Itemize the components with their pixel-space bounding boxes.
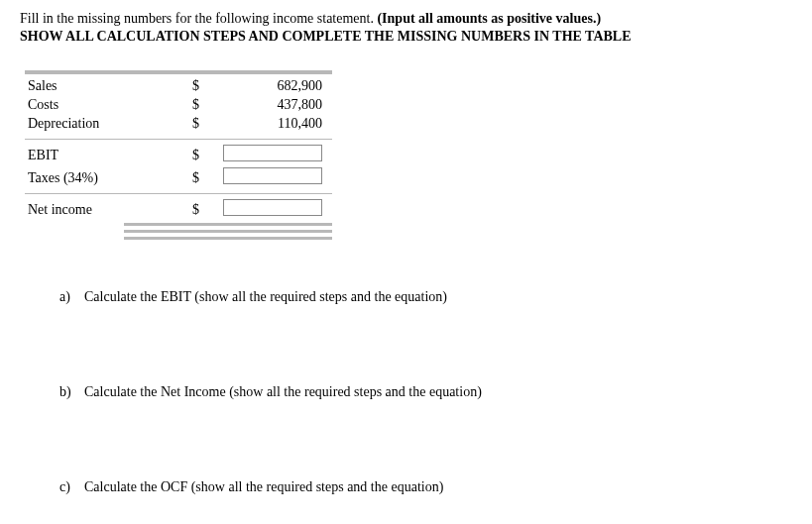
question-c: c) Calculate the OCF (show all the requi… bbox=[59, 479, 792, 495]
label-depreciation: Depreciation bbox=[25, 116, 174, 132]
input-taxes[interactable] bbox=[223, 167, 322, 184]
label-taxes: Taxes (34%) bbox=[25, 170, 174, 186]
value-costs: 437,800 bbox=[218, 97, 327, 113]
input-ebit[interactable] bbox=[223, 145, 322, 161]
question-text: Calculate the Net Income (show all the r… bbox=[84, 384, 792, 400]
instruction-text: Fill in the missing numbers for the foll… bbox=[20, 11, 377, 26]
value-sales: 682,900 bbox=[218, 78, 327, 94]
label-sales: Sales bbox=[25, 78, 174, 94]
currency-symbol: $ bbox=[174, 170, 218, 186]
row-netincome: Net income $ bbox=[25, 200, 332, 219]
instruction-line2: SHOW ALL CALCULATION STEPS AND COMPLETE … bbox=[20, 29, 632, 44]
label-ebit: EBIT bbox=[25, 148, 174, 163]
question-letter: a) bbox=[59, 289, 84, 305]
income-statement-table: Sales $ 682,900 Costs $ 437,800 Deprecia… bbox=[25, 70, 332, 240]
label-netincome: Net income bbox=[25, 202, 174, 218]
question-text: Calculate the EBIT (show all the require… bbox=[84, 289, 792, 305]
question-text: Calculate the OCF (show all the required… bbox=[84, 479, 792, 495]
row-depreciation: Depreciation $ 110,400 bbox=[25, 114, 332, 133]
question-a: a) Calculate the EBIT (show all the requ… bbox=[59, 289, 792, 305]
currency-symbol: $ bbox=[174, 148, 218, 163]
row-taxes: Taxes (34%) $ bbox=[25, 168, 332, 187]
currency-symbol: $ bbox=[174, 116, 218, 132]
instructions: Fill in the missing numbers for the foll… bbox=[20, 10, 792, 46]
row-sales: Sales $ 682,900 bbox=[25, 76, 332, 95]
currency-symbol: $ bbox=[174, 78, 218, 94]
question-letter: c) bbox=[59, 479, 84, 495]
instruction-bold: (Input all amounts as positive values.) bbox=[377, 11, 601, 26]
currency-symbol: $ bbox=[174, 97, 218, 113]
double-underline bbox=[124, 223, 332, 240]
questions-section: a) Calculate the EBIT (show all the requ… bbox=[20, 289, 792, 495]
value-depreciation: 110,400 bbox=[218, 116, 327, 132]
question-letter: b) bbox=[59, 384, 84, 400]
row-costs: Costs $ 437,800 bbox=[25, 95, 332, 114]
currency-symbol: $ bbox=[174, 202, 218, 218]
label-costs: Costs bbox=[25, 97, 174, 113]
row-ebit: EBIT $ bbox=[25, 146, 332, 164]
input-netincome[interactable] bbox=[223, 199, 322, 216]
rule bbox=[25, 70, 332, 74]
question-b: b) Calculate the Net Income (show all th… bbox=[59, 384, 792, 400]
